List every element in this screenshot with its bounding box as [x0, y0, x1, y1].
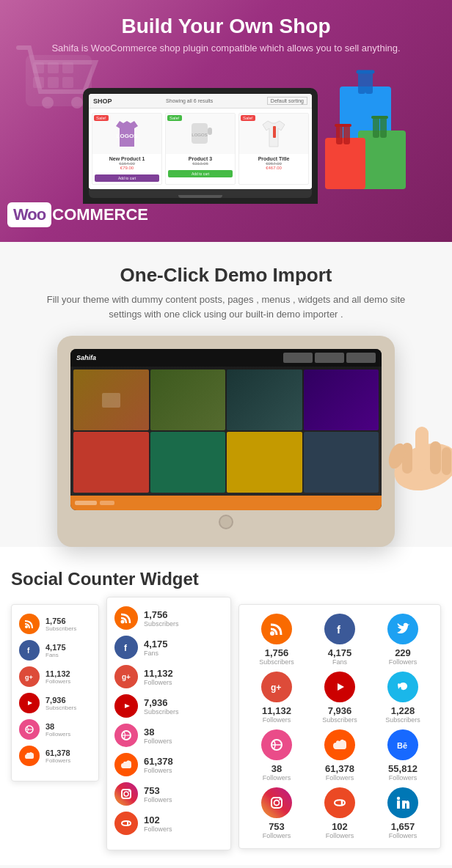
stumble-grid-icon [324, 787, 355, 818]
grid-item-twitter: 229 Followers [374, 614, 431, 666]
yt-count-med: 7,936 [144, 697, 223, 708]
rss-grid-label: Subscribers [259, 658, 294, 666]
instagram-grid-label: Followers [263, 832, 291, 839]
woo-logo-box: Woo [7, 202, 51, 227]
twitter-grid-icon [387, 614, 418, 644]
youtube-icon [19, 693, 40, 713]
dribbble-count-med: 38 [144, 727, 223, 738]
shop-content-area: SHOP Showing all 6 results Default sorti… [7, 65, 445, 204]
social-layout: 1,756 Subscribers f 4,175 Fans g+ [11, 604, 441, 850]
instagram-info-med: 753 Followers [144, 785, 223, 803]
instagram-grid-icon [261, 787, 292, 818]
yt-icon-med [114, 694, 138, 718]
linkedin-grid-label: Followers [389, 832, 418, 839]
soundcloud-label-med: Followers [144, 767, 223, 774]
linkedin-grid-icon [387, 787, 418, 818]
add-to-cart-btn[interactable]: Add to cart [168, 170, 233, 177]
shop-products-grid: Sale! LOGOS New Product 1 €164.00 [89, 108, 312, 189]
twitter-grid-count: 229 [395, 647, 411, 658]
social-item-soundcloud-med: 61,378 Followers [114, 753, 223, 776]
shop-screen-header: SHOP Showing all 6 results Default sorti… [89, 94, 312, 108]
dribbble-info: 38 Followers [45, 722, 91, 738]
svg-rect-11 [208, 128, 212, 135]
product-info: New Product 1 €164.00 €79.00 [92, 154, 161, 173]
shop-section: Build Your Own Shop Sahifa is WooCommerc… [0, 0, 452, 242]
svg-rect-59 [397, 801, 400, 809]
gplus-label: Followers [45, 678, 91, 685]
grid-item-stumble: 102 Followers [311, 787, 368, 839]
gplus-info: 11,132 Followers [45, 669, 91, 685]
rss-icon [19, 614, 40, 634]
ipad-tile [304, 369, 379, 430]
woo-text: Woo [13, 205, 45, 224]
ipad-tile [227, 369, 302, 430]
rss-count: 1,756 [45, 617, 91, 625]
commerce-text: COMMERCE [52, 205, 148, 224]
svg-rect-22 [325, 138, 365, 189]
add-to-cart-btn[interactable]: Add to cart [95, 174, 159, 182]
stumble-grid-count: 102 [332, 821, 348, 832]
svg-point-60 [397, 797, 400, 800]
grid-item-linkedin: 1,657 Followers [374, 787, 431, 839]
svg-rect-24 [343, 125, 350, 144]
social-widget-medium: 1,756 Subscribers f 4,175 Fans g+ [106, 597, 231, 850]
product-name: Product Title [241, 156, 306, 161]
instagram-count-med: 753 [144, 785, 223, 796]
behance-grid-icon: Bē [387, 729, 418, 760]
social-item-gplus: g+ 11,132 Followers [19, 666, 91, 687]
soundcloud-icon [19, 746, 40, 766]
social-item-instagram-med: 753 Followers [114, 782, 223, 806]
grid-item-vimeo: 1,228 Subscribers [374, 672, 431, 724]
svg-rect-27 [415, 427, 429, 471]
product-card: Sale! Product Title €967.00 [238, 113, 309, 185]
fb-info: 4,175 Fans [45, 643, 91, 658]
gplus-grid-label: Followers [263, 716, 291, 724]
grid-item-dribbble: 38 Followers [248, 729, 305, 781]
product-info: Product 3 €313.06 [166, 154, 235, 169]
product-name: New Product 1 [95, 156, 159, 161]
yt-info: 7,936 Subscribers [45, 696, 91, 711]
yt-info-med: 7,936 Subscribers [144, 697, 223, 716]
social-item-rss-med: 1,756 Subscribers [114, 606, 223, 630]
laptop-mockup: SHOP Showing all 6 results Default sorti… [83, 88, 318, 204]
laptop-body: SHOP Showing all 6 results Default sorti… [83, 88, 318, 204]
grid-item-behance: Bē 55,812 Followers [374, 729, 431, 781]
svg-rect-13 [273, 126, 276, 138]
social-item-dribbble: 38 Followers [19, 719, 91, 740]
behance-grid-count: 55,812 [388, 763, 418, 774]
grid-item-gplus: g+ 11,132 Followers [248, 672, 305, 724]
dribbble-icon-med [114, 724, 138, 747]
layouts-section: Theme Layouts NEW [0, 865, 452, 868]
woocommerce-logo: Woo COMMERCE [7, 202, 148, 227]
ipad-logo-text: Sahifa [76, 354, 96, 361]
svg-rect-30 [442, 447, 451, 475]
ipad-tile [304, 432, 379, 493]
linkedin-grid-count: 1,657 [391, 821, 415, 832]
soundcloud-count: 61,378 [45, 749, 91, 757]
vimeo-grid-icon [387, 672, 418, 702]
shop-sort: Default sorting [267, 97, 307, 105]
product-new-price: €467.00 [241, 166, 306, 170]
fb-count-med: 4,175 [144, 639, 223, 650]
yt-grid-icon [324, 672, 355, 702]
fb-icon-med: f [114, 636, 138, 659]
fb-grid-icon: f [324, 614, 355, 644]
stumble-icon-med [114, 812, 138, 835]
svg-text:LOGOS: LOGOS [192, 133, 207, 137]
svg-text:Bē: Bē [397, 741, 407, 750]
shop-results-text: Showing all 6 results [166, 98, 213, 103]
social-item-stumble-med: 102 Followers [114, 812, 223, 835]
social-item-fb: f 4,175 Fans [19, 640, 91, 661]
gplus-count: 11,132 [45, 669, 91, 678]
svg-rect-28 [430, 441, 441, 474]
soundcloud-count-med: 61,378 [144, 756, 223, 767]
fb-label-med: Fans [144, 650, 223, 657]
yt-grid-count: 7,936 [328, 705, 352, 716]
svg-marker-35 [28, 701, 32, 705]
vimeo-grid-label: Subscribers [385, 716, 420, 724]
stumble-info-med: 102 Followers [144, 814, 223, 833]
fb-count: 4,175 [45, 643, 91, 652]
stumble-count-med: 102 [144, 814, 223, 825]
svg-point-38 [121, 620, 125, 624]
soundcloud-info: 61,378 Followers [45, 749, 91, 764]
